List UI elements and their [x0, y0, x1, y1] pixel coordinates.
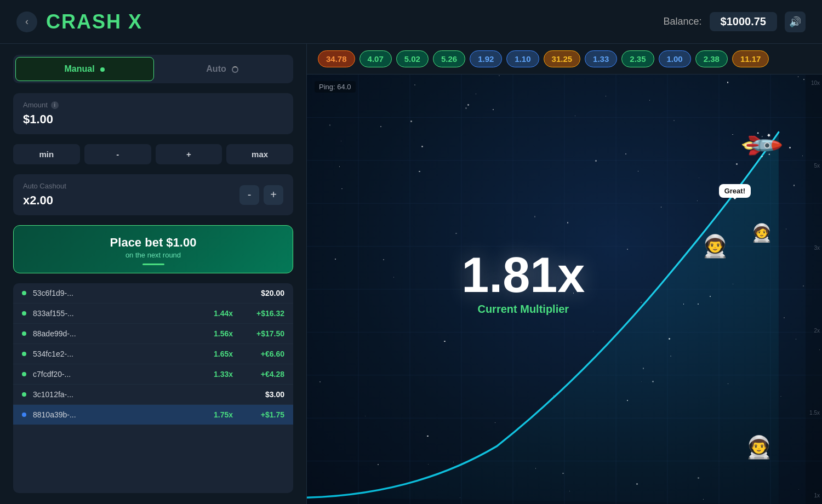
star-dot: [414, 84, 415, 85]
max-button[interactable]: max: [226, 144, 293, 164]
bet-dot: [22, 291, 26, 295]
back-button[interactable]: ‹: [16, 12, 37, 32]
star-dot: [499, 75, 500, 76]
cashout-minus-button[interactable]: -: [239, 185, 259, 205]
bet-amount: +$16.32: [246, 309, 284, 318]
cashout-field: Auto Cashout x2.00 - +: [13, 174, 293, 215]
manual-active-dot: [100, 67, 105, 72]
tab-auto[interactable]: Auto: [154, 57, 292, 81]
cashout-plus-button[interactable]: +: [264, 185, 283, 205]
place-bet-sublabel: on the next round: [14, 251, 293, 259]
bet-controls: min - + max: [13, 144, 293, 164]
history-pill[interactable]: 5.02: [396, 50, 429, 67]
multiplier-label: Current Multiplier: [461, 303, 585, 316]
place-bet-button[interactable]: Place bet $1.00 on the next round: [13, 225, 293, 273]
star-dot: [627, 249, 627, 249]
tab-manual[interactable]: Manual: [15, 57, 154, 81]
star-dot: [733, 284, 733, 284]
history-pill[interactable]: 11.17: [732, 50, 769, 67]
star-dot: [802, 156, 803, 156]
star-dot: [383, 259, 384, 260]
y-axis-label: 5x: [808, 163, 820, 169]
star-dot: [798, 489, 799, 490]
tabs-container: Manual Auto: [13, 55, 293, 83]
star-dot: [636, 483, 638, 485]
star-dot: [643, 368, 644, 369]
star-dot: [710, 296, 711, 297]
left-panel: Manual Auto Amount i $1.00 min - + max: [0, 44, 307, 504]
star-dot: [606, 96, 606, 96]
auto-spinner-icon: [232, 66, 238, 73]
bet-dot: [22, 311, 26, 316]
bet-amount: $3.00: [246, 390, 284, 399]
star-dot: [798, 76, 798, 77]
amount-info-icon[interactable]: i: [51, 101, 59, 109]
star-dot: [683, 303, 684, 304]
star-dot: [410, 121, 412, 122]
star-dot: [455, 233, 457, 234]
ping-badge: Ping: 64.0: [315, 81, 356, 93]
star-dot: [638, 171, 638, 171]
header: ‹ CRASH X Balance: $1000.75 🔊: [0, 0, 822, 44]
bet-id: 88ade99d-...: [33, 329, 211, 338]
min-button[interactable]: min: [13, 144, 80, 164]
bet-id: 8810a39b-...: [33, 410, 211, 419]
amount-label: Amount i: [23, 101, 283, 109]
cashout-controls: - +: [239, 185, 283, 205]
star-dot: [476, 94, 476, 94]
cashout-value: x2.00: [23, 193, 239, 208]
sound-button[interactable]: 🔊: [785, 12, 806, 32]
history-pill[interactable]: 1.92: [470, 50, 502, 67]
star-dot: [661, 207, 661, 207]
bet-row: c7fcdf20-...1.33x+€4.28: [13, 364, 293, 385]
star-dot: [649, 100, 650, 100]
bet-row: 88ade99d-...1.56x+$17.50: [13, 324, 293, 344]
star-dot: [467, 104, 469, 106]
speech-bubble: Great!: [719, 184, 751, 198]
history-pill[interactable]: 4.07: [359, 50, 392, 67]
bet-id: 53c6f1d9-...: [33, 289, 211, 297]
logo-x: X: [128, 10, 142, 33]
star-dot: [380, 126, 381, 127]
bets-list: 53c6f1d9-...$20.00833af155-...1.44x+$16.…: [13, 283, 293, 493]
history-pill[interactable]: 1.10: [506, 50, 539, 67]
history-pill[interactable]: 31.25: [544, 50, 581, 67]
star-dot: [786, 228, 787, 230]
star-dot: [393, 277, 395, 278]
star-dot: [335, 259, 336, 260]
bet-dot: [22, 392, 26, 397]
multiplier-value: 1.81x: [461, 250, 585, 300]
history-pill[interactable]: 2.38: [695, 50, 728, 67]
star-dot: [794, 185, 795, 186]
logo: CRASH X: [46, 10, 142, 33]
star-dot: [569, 491, 570, 491]
star-dot: [453, 462, 454, 462]
bet-row: 53c6f1d9-...$20.00: [13, 283, 293, 303]
minus-button[interactable]: -: [84, 144, 151, 164]
history-pill[interactable]: 1.33: [585, 50, 617, 67]
header-left: ‹ CRASH X: [16, 10, 142, 33]
bet-amount: +$17.50: [246, 329, 284, 338]
main-layout: Manual Auto Amount i $1.00 min - + max: [0, 44, 822, 504]
bet-row: 8810a39b-...1.75x+$1.75: [13, 405, 293, 425]
bet-row: 3c1012fa-...$3.00: [13, 385, 293, 405]
history-pill[interactable]: 1.00: [659, 50, 691, 67]
bet-multiplier: 1.56x: [211, 329, 233, 338]
star-dot: [495, 422, 496, 423]
star-dot: [329, 124, 331, 126]
star-dot: [652, 381, 654, 382]
history-pill[interactable]: 34.78: [318, 50, 355, 67]
astronaut2-icon: 👨‍🚀: [745, 434, 773, 460]
y-axis-label: 1.5x: [808, 410, 820, 416]
bet-id: c7fcdf20-...: [33, 370, 211, 379]
star-dot: [728, 383, 728, 384]
bet-dot: [22, 413, 26, 417]
star-dot: [553, 396, 554, 396]
bet-id: 3c1012fa-...: [33, 390, 211, 399]
history-pill[interactable]: 5.26: [433, 50, 465, 67]
plus-button[interactable]: +: [156, 144, 222, 164]
history-pill[interactable]: 2.35: [621, 50, 654, 67]
star-dot: [428, 464, 429, 465]
star-dot: [780, 396, 781, 397]
y-axis-label: 1x: [808, 492, 820, 499]
